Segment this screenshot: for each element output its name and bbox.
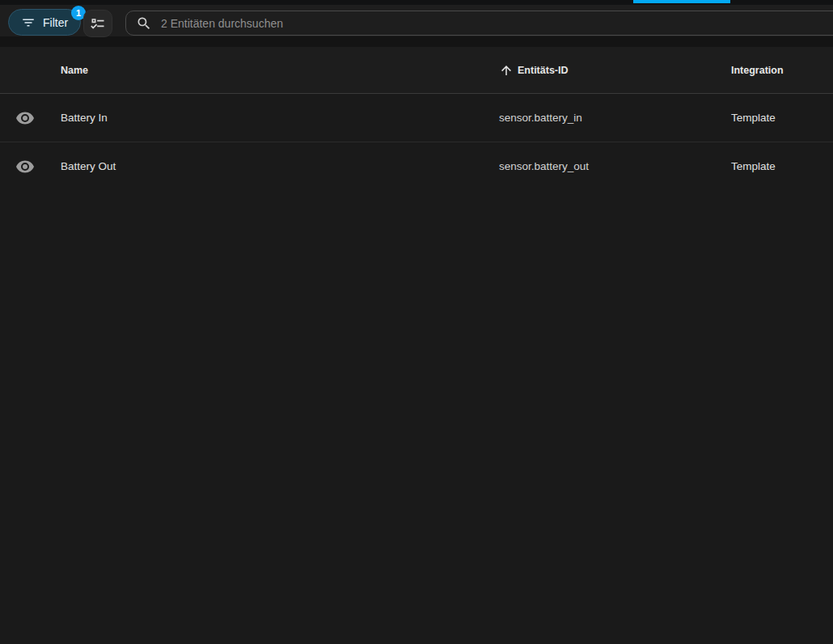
column-header-entity-id[interactable]: Entitäts-ID [499, 63, 731, 78]
list-status-icon [90, 15, 106, 32]
entity-name: Battery In [61, 112, 499, 124]
entity-id: sensor.battery_in [499, 112, 731, 124]
selection-mode-button[interactable] [83, 10, 112, 37]
sort-arrow-up-icon [499, 63, 514, 78]
search-field-container [125, 11, 833, 36]
active-tab-indicator [633, 0, 730, 3]
entity-id: sensor.battery_out [499, 160, 731, 172]
search-input[interactable] [159, 16, 833, 31]
column-header-entity-id-label: Entitäts-ID [518, 65, 569, 76]
visibility-toggle-button[interactable] [15, 108, 35, 128]
column-header-name-label: Name [61, 65, 88, 76]
table-row[interactable]: Battery In sensor.battery_in Template [0, 94, 833, 142]
eye-icon [15, 157, 35, 176]
visibility-toggle-button[interactable] [15, 157, 35, 176]
column-header-name[interactable]: Name [61, 65, 499, 76]
filter-button-label: Filter [43, 16, 68, 29]
search-icon [136, 15, 152, 32]
column-header-integration-label: Integration [731, 65, 784, 76]
table-row[interactable]: Battery Out sensor.battery_out Template [0, 142, 833, 190]
filter-button[interactable]: Filter 1 [8, 9, 81, 36]
entities-toolbar: Filter 1 [0, 5, 833, 36]
entity-name: Battery Out [61, 160, 499, 172]
toolbar-table-gap [0, 36, 833, 47]
entity-integration: Template [731, 112, 833, 124]
column-header-integration[interactable]: Integration [731, 65, 833, 76]
entity-integration: Template [731, 160, 833, 172]
table-header-row: Name Entitäts-ID Integration [0, 47, 833, 94]
eye-icon [15, 108, 35, 128]
filter-variant-icon [21, 15, 36, 30]
